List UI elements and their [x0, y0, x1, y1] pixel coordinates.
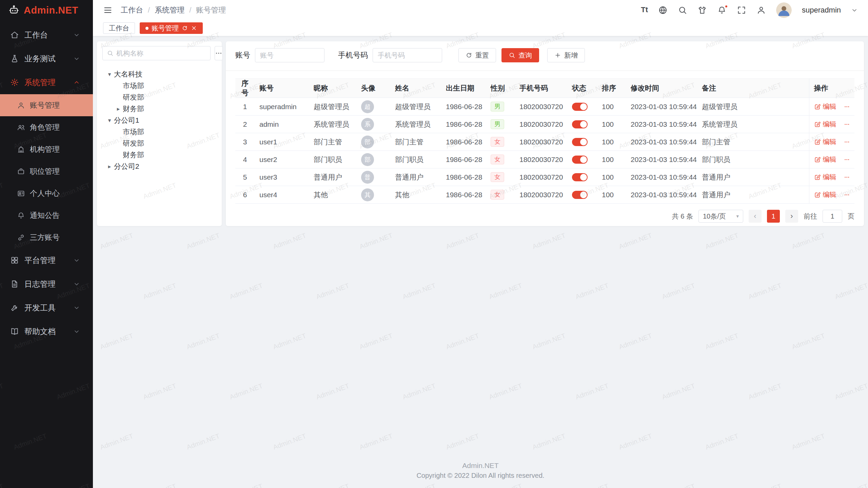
page-1-button[interactable]: 1: [767, 210, 780, 223]
sidebar-menu: 工作台业务测试系统管理账号管理角色管理机构管理职位管理个人中心通知公告三方账号平…: [0, 20, 93, 343]
globe-icon[interactable]: [658, 5, 668, 15]
user-icon[interactable]: [756, 5, 766, 15]
menu-collapse-icon[interactable]: [103, 5, 113, 15]
tree-node[interactable]: ▾大名科技: [102, 68, 216, 80]
tree-node[interactable]: 市场部: [102, 80, 216, 92]
sidebar-subitem-label: 通知公告: [30, 210, 60, 221]
reset-button[interactable]: 重置: [458, 48, 496, 62]
sidebar-item-logs[interactable]: 日志管理: [0, 272, 93, 296]
breadcrumb-item[interactable]: 系统管理: [155, 5, 184, 15]
breadcrumb-item[interactable]: 工作台: [121, 5, 143, 15]
edit-label: 编辑: [823, 155, 836, 164]
edit-button[interactable]: 编辑: [814, 120, 836, 129]
home-icon: [10, 30, 19, 39]
sidebar-item-label: 日志管理: [24, 279, 73, 289]
sidebar-subitem-notice[interactable]: 通知公告: [0, 204, 93, 226]
tree-node-label: 研发部: [123, 139, 144, 148]
tree-node[interactable]: 市场部: [102, 126, 216, 138]
row-more-button[interactable]: [844, 138, 850, 146]
search-button[interactable]: 查询: [501, 48, 539, 62]
cell-modified: 2023-01-03 10:59:44: [626, 151, 697, 168]
status-toggle[interactable]: [572, 103, 588, 111]
tree-node[interactable]: 研发部: [102, 92, 216, 103]
next-page-button[interactable]: ›: [785, 210, 798, 223]
sidebar-subitem-account[interactable]: 账号管理: [0, 94, 93, 116]
cell-index: 5: [235, 168, 255, 186]
tree-node[interactable]: ▸分公司2: [102, 161, 216, 172]
footer-app-name: Admin.NET: [93, 461, 868, 471]
devtools-icon: [10, 303, 19, 312]
edit-button[interactable]: 编辑: [814, 102, 836, 111]
sidebar-subitem-position[interactable]: 职位管理: [0, 160, 93, 182]
caret-down-icon: ▾: [105, 71, 114, 78]
chevron-down-icon[interactable]: [851, 7, 858, 14]
row-more-button[interactable]: [844, 156, 850, 164]
add-button[interactable]: 新增: [547, 48, 585, 62]
sidebar-item-workbench[interactable]: 工作台: [0, 23, 93, 47]
fullscreen-icon[interactable]: [737, 5, 746, 15]
tab-account-management[interactable]: 账号管理: [140, 22, 203, 34]
phone-input[interactable]: [373, 48, 442, 62]
status-toggle[interactable]: [572, 120, 588, 128]
sidebar-item-docs[interactable]: 帮助文档: [0, 320, 93, 343]
org-search-input[interactable]: [116, 49, 206, 57]
username[interactable]: superadmin: [802, 6, 841, 15]
tree-node[interactable]: 研发部: [102, 138, 216, 149]
column-header-birth: 出生日期: [441, 79, 486, 98]
tree-node[interactable]: ▾分公司1: [102, 115, 216, 126]
row-more-button[interactable]: [844, 191, 850, 199]
table-row: 5user3普通用户普普通用户1986-06-28女18020030720100…: [235, 168, 854, 186]
prev-page-button[interactable]: ‹: [749, 210, 762, 223]
row-more-button[interactable]: [844, 120, 850, 128]
theme-icon[interactable]: [697, 5, 707, 15]
status-toggle[interactable]: [572, 156, 588, 164]
sidebar-subitem-thirdparty[interactable]: 三方账号: [0, 226, 93, 248]
header-actions: Tt superadmin: [641, 2, 858, 18]
sidebar-subitem-role[interactable]: 角色管理: [0, 116, 93, 138]
goto-suffix: 页: [848, 212, 854, 221]
goto-page-input[interactable]: [823, 210, 842, 223]
tab-workbench[interactable]: 工作台: [103, 22, 135, 34]
more-dots-icon: [215, 49, 222, 57]
org-icon: [17, 145, 25, 154]
refresh-icon[interactable]: [182, 25, 188, 31]
sidebar-subitem-profile[interactable]: 个人中心: [0, 182, 93, 204]
tree-node[interactable]: 财务部: [102, 149, 216, 161]
row-more-button[interactable]: [844, 103, 850, 111]
cell-avatar: 其: [356, 186, 390, 204]
status-toggle[interactable]: [572, 191, 588, 199]
page-size-select[interactable]: 10条/页 ▾: [698, 210, 743, 223]
edit-button[interactable]: 编辑: [814, 137, 836, 146]
tree-node[interactable]: ▸财务部: [102, 103, 216, 115]
cell-actions: 编辑: [809, 98, 854, 116]
account-input[interactable]: [255, 48, 324, 62]
sidebar-item-system-management[interactable]: 系统管理: [0, 70, 93, 94]
font-size-icon[interactable]: Tt: [641, 5, 648, 15]
cell-phone: 18020030720: [515, 98, 567, 116]
search-icon[interactable]: [678, 5, 687, 15]
avatar[interactable]: [776, 2, 792, 18]
cell-phone: 18020030720: [515, 186, 567, 204]
gender-tag: 女: [491, 190, 504, 200]
edit-button[interactable]: 编辑: [814, 155, 836, 164]
cell-order: 100: [597, 168, 626, 186]
cell-gender: 女: [486, 186, 515, 204]
sidebar-subitem-label: 三方账号: [30, 232, 60, 243]
tree-more-button[interactable]: [215, 46, 223, 60]
status-toggle[interactable]: [572, 173, 588, 181]
status-toggle[interactable]: [572, 138, 588, 146]
cell-actions: 编辑: [809, 186, 854, 204]
edit-button[interactable]: 编辑: [814, 190, 836, 199]
close-icon[interactable]: [191, 25, 197, 31]
bell-icon[interactable]: [717, 5, 727, 15]
gender-tag: 男: [491, 119, 504, 129]
sidebar-item-business-test[interactable]: 业务测试: [0, 47, 93, 70]
edit-button[interactable]: 编辑: [814, 172, 836, 182]
sidebar-subitem-org[interactable]: 机构管理: [0, 138, 93, 160]
row-actions: 编辑: [814, 120, 850, 129]
breadcrumb-separator: /: [189, 6, 191, 15]
row-more-button[interactable]: [844, 173, 850, 181]
sidebar-item-devtools[interactable]: 开发工具: [0, 296, 93, 320]
cell-phone: 18020030720: [515, 133, 567, 151]
sidebar-item-platform[interactable]: 平台管理: [0, 248, 93, 272]
